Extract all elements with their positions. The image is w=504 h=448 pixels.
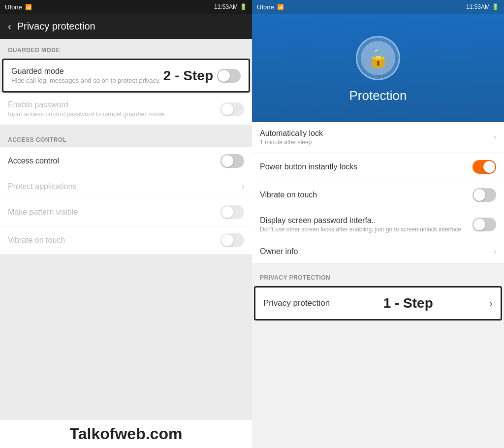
power-button-locks-toggle[interactable]	[472, 160, 496, 174]
enable-password-text: Enable password Input access control pas…	[8, 100, 220, 118]
vibrate-on-touch-toggle-right[interactable]	[472, 188, 496, 202]
guarded-mode-toggle[interactable]	[217, 69, 241, 83]
right-battery-icon: 🔋	[492, 3, 499, 10]
vibrate-on-touch-row-right[interactable]: Vibrate on touch	[252, 181, 504, 209]
left-header: ‹ Privacy protection	[0, 14, 252, 39]
make-pattern-row: Make pattern visible	[0, 198, 252, 226]
guarded-mode-row[interactable]: Guarded mode Hide call log, messages and…	[3, 60, 249, 91]
protect-applications-chevron-icon: ›	[242, 182, 244, 191]
owner-info-row[interactable]: Owner info ›	[252, 240, 504, 263]
left-content: GUARDED MODE Guarded mode Hide call log,…	[0, 39, 252, 420]
watermark-text: Talkofweb.com	[70, 425, 183, 443]
privacy-protection-chevron-icon: ›	[489, 298, 493, 309]
make-pattern-title: Make pattern visible	[8, 208, 220, 217]
make-pattern-text: Make pattern visible	[8, 208, 220, 217]
right-status-left: Ufone 📶	[257, 3, 284, 11]
vibrate-on-touch-text-left: Vibrate on touch	[8, 236, 220, 245]
automatically-lock-subtitle: 1 minute after sleep	[260, 139, 494, 146]
lock-inner: 🔒	[361, 41, 395, 75]
owner-info-text: Owner info	[260, 247, 494, 256]
display-screen-password-title: Display screen password interfa..	[260, 216, 469, 225]
access-control-card: Access control Protect applications › Ma…	[0, 147, 252, 254]
guarded-mode-text: Guarded mode Hide call log, messages and…	[11, 67, 163, 84]
right-status-bar: Ufone 📶 11:53AM 🔋	[252, 0, 504, 14]
enable-password-card: Enable password Input access control pas…	[0, 94, 252, 125]
right-screen: Ufone 📶 11:53AM 🔋 🔒 Protection	[252, 0, 504, 448]
lock-circle: 🔒	[356, 36, 400, 80]
left-carrier-icon: 📶	[25, 4, 32, 10]
privacy-protection-section: PRIVACY PROTECTION Privacy protection 1 …	[252, 267, 504, 320]
display-screen-password-row[interactable]: Display screen password interfa.. Don't …	[252, 209, 504, 240]
guarded-mode-card: Guarded mode Hide call log, messages and…	[2, 59, 250, 93]
left-status-right: 11:53AM 🔋	[214, 3, 247, 10]
automatically-lock-text: Automatically lock 1 minute after sleep	[260, 129, 494, 146]
left-carrier: Ufone	[5, 3, 22, 11]
watermark: Talkofweb.com	[0, 420, 252, 448]
owner-info-title: Owner info	[260, 247, 494, 256]
make-pattern-toggle	[220, 205, 244, 219]
enable-password-title: Enable password	[8, 100, 220, 109]
left-battery-icon: 🔋	[240, 3, 247, 10]
guarded-mode-title: Guarded mode	[11, 67, 163, 76]
vibrate-on-touch-toggle-left	[220, 233, 244, 247]
power-button-locks-row[interactable]: Power button instantly locks	[252, 153, 504, 181]
privacy-protection-title: Privacy protection	[263, 298, 330, 308]
right-status-right: 11:53AM 🔋	[466, 3, 499, 10]
automatically-lock-title: Automatically lock	[260, 129, 494, 138]
privacy-protection-row[interactable]: Privacy protection 1 - Step ›	[254, 286, 502, 320]
access-control-row[interactable]: Access control	[0, 147, 252, 175]
vibrate-on-touch-row-left: Vibrate on touch	[0, 226, 252, 254]
protect-applications-text: Protect applications	[8, 182, 242, 191]
left-time: 11:53AM	[214, 3, 238, 10]
display-screen-password-subtitle: Don't use other screen locks after enabl…	[260, 226, 469, 233]
automatically-lock-chevron-icon: ›	[494, 133, 496, 142]
display-screen-password-text: Display screen password interfa.. Don't …	[260, 216, 469, 233]
display-screen-password-toggle[interactable]	[472, 218, 496, 231]
lock-icon: 🔒	[367, 48, 389, 68]
power-button-locks-title: Power button instantly locks	[260, 162, 472, 171]
step-2-label: 2 - Step	[163, 68, 213, 84]
guarded-mode-section-label: GUARDED MODE	[0, 39, 252, 58]
protect-applications-title: Protect applications	[8, 182, 242, 191]
enable-password-toggle	[220, 102, 244, 116]
automatically-lock-row[interactable]: Automatically lock 1 minute after sleep …	[252, 122, 504, 153]
left-screen: Ufone 📶 11:53AM 🔋 ‹ Privacy protection G…	[0, 0, 252, 448]
left-status-left: Ufone 📶	[5, 3, 32, 11]
protection-banner: 🔒 Protection	[252, 14, 504, 122]
protect-applications-row: Protect applications ›	[0, 175, 252, 198]
right-time: 11:53AM	[466, 3, 490, 10]
right-content: Automatically lock 1 minute after sleep …	[252, 122, 504, 448]
access-control-toggle[interactable]	[220, 154, 244, 168]
privacy-section-label: PRIVACY PROTECTION	[252, 267, 504, 285]
right-carrier: Ufone	[257, 3, 274, 11]
lock-settings-group: Automatically lock 1 minute after sleep …	[252, 122, 504, 263]
protection-title: Protection	[349, 88, 407, 103]
access-control-title: Access control	[8, 157, 220, 165]
vibrate-on-touch-title-left: Vibrate on touch	[8, 236, 220, 245]
access-control-section-label: ACCESS CONTROL	[0, 128, 252, 147]
enable-password-subtitle: Input access control password to cancel …	[8, 110, 220, 118]
enable-password-row: Enable password Input access control pas…	[0, 94, 252, 125]
guarded-mode-subtitle: Hide call log, messages and so on to pro…	[11, 77, 163, 84]
vibrate-on-touch-text-right: Vibrate on touch	[260, 191, 472, 199]
access-control-text: Access control	[8, 157, 220, 165]
step-1-label: 1 - Step	[383, 295, 433, 311]
owner-info-chevron-icon: ›	[494, 247, 496, 256]
power-button-locks-text: Power button instantly locks	[260, 162, 472, 171]
page-title: Privacy protection	[17, 21, 95, 32]
left-status-bar: Ufone 📶 11:53AM 🔋	[0, 0, 252, 14]
vibrate-on-touch-title-right: Vibrate on touch	[260, 191, 472, 199]
back-arrow-icon[interactable]: ‹	[8, 21, 11, 32]
right-carrier-icon: 📶	[277, 4, 284, 10]
